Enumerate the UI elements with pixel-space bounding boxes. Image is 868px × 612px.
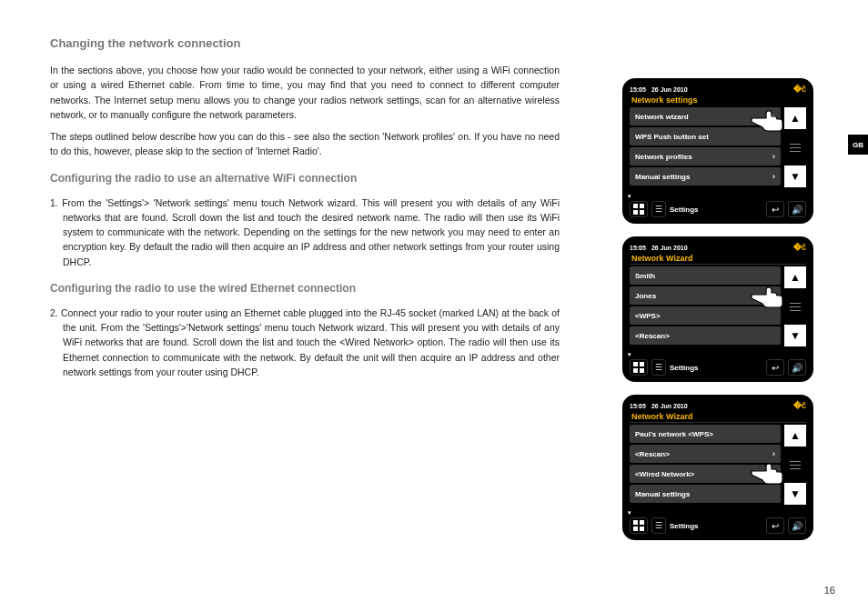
clock: 15:05 (630, 403, 646, 409)
home-button[interactable] (630, 359, 648, 376)
screen-title: Network settings (630, 95, 806, 105)
menu-label: Network profiles (635, 153, 692, 161)
intro-paragraph-2: The steps outlined below describe how yo… (50, 129, 560, 159)
device-screenshot-1: 15:05 26 Jun 2010 �č Network settings Ne… (622, 78, 813, 224)
wifi-icon: �č (793, 243, 806, 252)
heading-main: Changing the network connection (50, 36, 560, 50)
menu-label: Smith (635, 272, 655, 280)
clock: 15:05 (630, 245, 646, 251)
screen-title: Network Wizard (630, 411, 806, 423)
menu-label: <Wired Network> (635, 470, 694, 478)
volume-button[interactable]: 🔊 (788, 517, 806, 534)
scroll-up-button[interactable]: ▲ (784, 107, 806, 129)
scroll-down-button[interactable]: ▼ (784, 166, 806, 187)
menu-icon[interactable]: ☰ (651, 517, 666, 534)
menu-label: Paul's network <WPS> (635, 430, 713, 438)
scroll-up-button[interactable]: ▲ (784, 266, 806, 288)
menu-label: Manual settings (635, 173, 690, 181)
wifi-icon: �č (793, 85, 806, 94)
clock: 15:05 (630, 86, 646, 93)
back-button[interactable]: ↩ (766, 201, 784, 217)
menu-ssid-jones[interactable]: Jones› (630, 286, 781, 305)
menu-wps[interactable]: <WPS> (630, 306, 781, 325)
scroll-track (792, 131, 798, 164)
device-screenshot-2: 15:05 26 Jun 2010 �č Network Wizard Smit… (622, 236, 813, 382)
step-1: 1. From the 'Settings'> 'Network setting… (50, 196, 560, 269)
heading-ethernet: Configuring the radio to use the wired E… (50, 282, 560, 295)
menu-ssid-smith[interactable]: Smith (630, 266, 781, 285)
chevron-right-icon: › (772, 112, 775, 121)
menu-label: Network wizard (635, 113, 689, 121)
bottom-label: Settings (670, 522, 762, 530)
menu-label: Manual settings (635, 490, 690, 498)
menu-manual-settings[interactable]: Manual settings (630, 485, 781, 503)
menu-label: <Rescan> (635, 332, 670, 340)
scroll-down-button[interactable]: ▼ (784, 325, 806, 346)
heading-wifi: Configuring the radio to use an alternat… (50, 172, 560, 185)
back-button[interactable]: ↩ (766, 359, 784, 376)
chevron-right-icon: › (772, 291, 775, 300)
home-button[interactable] (630, 201, 648, 217)
scroll-up-button[interactable]: ▲ (784, 425, 806, 446)
scroll-down-button[interactable]: ▼ (784, 483, 806, 505)
step-2: 2. Connect your radio to your router usi… (50, 306, 560, 379)
bottom-label: Settings (670, 206, 762, 214)
more-indicator-icon: ▾ (628, 351, 631, 358)
back-button[interactable]: ↩ (766, 517, 784, 534)
volume-button[interactable]: 🔊 (788, 201, 806, 217)
bottom-label: Settings (670, 364, 762, 372)
volume-button[interactable]: 🔊 (788, 359, 806, 376)
menu-icon[interactable]: ☰ (651, 359, 666, 376)
more-indicator-icon: ▾ (628, 193, 631, 200)
device-screenshot-3: 15:05 26 Jun 2010 �č Network Wizard Paul… (622, 395, 813, 540)
menu-network-wizard[interactable]: Network wizard› (630, 107, 781, 125)
more-indicator-icon: ▾ (628, 509, 631, 517)
menu-icon[interactable]: ☰ (651, 201, 666, 217)
chevron-right-icon: › (772, 449, 775, 458)
menu-rescan[interactable]: <Rescan>› (630, 445, 781, 463)
menu-network-profiles[interactable]: Network profiles› (630, 147, 781, 166)
date: 26 Jun 2010 (651, 403, 688, 409)
menu-label: <Rescan> (635, 450, 670, 458)
menu-label: <WPS> (635, 312, 661, 320)
menu-wired-network[interactable]: <Wired Network> (630, 465, 781, 483)
menu-manual-settings[interactable]: Manual settings› (630, 167, 781, 186)
chevron-right-icon: › (772, 172, 775, 181)
chevron-right-icon: › (772, 152, 775, 161)
menu-label: WPS Push button set (635, 133, 709, 141)
date: 26 Jun 2010 (651, 245, 688, 251)
language-tab: GB (848, 135, 868, 155)
wifi-icon: �č (793, 401, 806, 410)
scroll-track (792, 448, 798, 481)
home-button[interactable] (630, 517, 648, 534)
menu-pauls-network[interactable]: Paul's network <WPS> (630, 425, 781, 443)
menu-wps-push[interactable]: WPS Push button set (630, 127, 781, 145)
menu-rescan[interactable]: <Rescan> (630, 326, 781, 345)
date: 26 Jun 2010 (651, 86, 688, 93)
menu-label: Jones (635, 292, 656, 300)
page-number: 16 (824, 585, 835, 596)
screen-title: Network Wizard (630, 253, 806, 265)
intro-paragraph-1: In the sections above, you choose how yo… (50, 63, 560, 122)
scroll-track (792, 290, 798, 323)
